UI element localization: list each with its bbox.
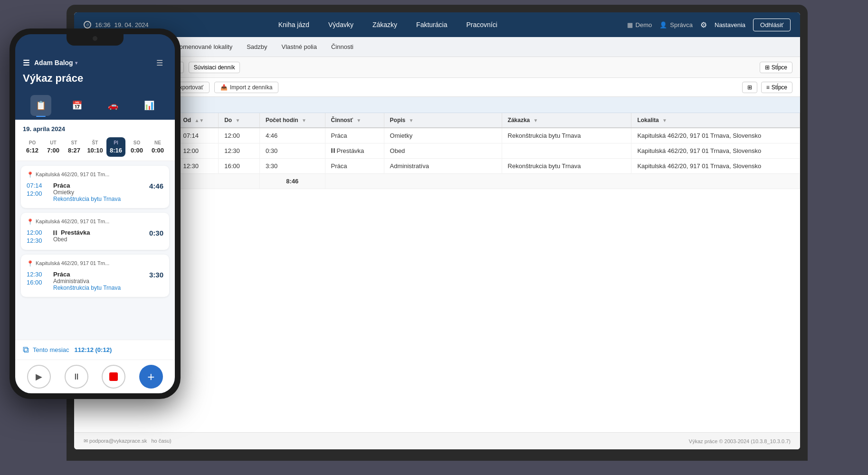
nav-fakturacia[interactable]: Fakturácia — [416, 19, 447, 30]
col-zakazka[interactable]: Zákazka ▼ — [502, 113, 631, 128]
cell-popis: Obed — [384, 143, 502, 159]
pin-icon: 📍 — [27, 218, 34, 225]
col-zakazka-label: Zákazka — [508, 117, 530, 124]
phone-user-name[interactable]: ☰ Adam Balog ▾ — [23, 58, 77, 67]
phone-day-ne[interactable]: NE 0:00 — [148, 137, 167, 157]
subnav-pomenov[interactable]: Pomenované lokality — [175, 43, 232, 50]
logout-button[interactable]: Odhlásiť — [753, 19, 791, 31]
subnav-vlastne[interactable]: Vlastné polia — [282, 43, 317, 50]
day-num: 6:12 — [26, 147, 38, 154]
sort-cinnost-icon: ▼ — [356, 118, 361, 123]
phone-entry-card-2[interactable]: 📍 Kapitulská 462/20, 917 01 Trn... 12:30… — [21, 255, 169, 297]
entry-details: Práca Omietky Rekonštrukcia bytu Trnava — [48, 182, 149, 202]
phone-day-po[interactable]: PO 6:12 — [23, 137, 42, 157]
pause-button[interactable]: ⏸ — [65, 365, 88, 389]
cell-lokalita: Kapitulská 462/20, 917 01 Trnava, Sloven… — [631, 143, 800, 159]
table-row[interactable]: 19. 04. 2024 Pi 12:30 16:00 3:30 Práca A… — [74, 159, 800, 174]
calendar-tab-icon: 📅 — [72, 100, 82, 111]
month-hours: 112:12 (0:12) — [74, 346, 112, 353]
stop-square — [109, 372, 118, 381]
calendar-strip: 19. apríla 2024 PO 6:12 UT 7:00 ST 8:27 … — [15, 120, 175, 161]
import-btn[interactable]: 📥 Import z denníka — [214, 82, 278, 93]
demo-badge: ▦ Demo — [627, 21, 652, 28]
phone-day-so[interactable]: SO 0:00 — [127, 137, 146, 157]
phone-day-ut[interactable]: UT 7:00 — [44, 137, 63, 157]
col-popis[interactable]: Popis ▼ — [384, 113, 502, 128]
columns-btn[interactable]: ⊞ Stĺpce — [760, 62, 792, 73]
cell-pocet: 3:30 — [260, 159, 325, 174]
day-name: PI — [114, 140, 118, 145]
import-label: Import z denníka — [230, 84, 272, 91]
entry-duration: 4:46 — [149, 182, 163, 190]
entry-details: Prestávka Obed — [48, 229, 149, 243]
day-num: 8:16 — [110, 147, 122, 154]
nav-pracovnici[interactable]: Pracovníci — [466, 19, 497, 30]
day-num: 8:27 — [68, 147, 80, 154]
phone-entry-card-0[interactable]: 📍 Kapitulská 462/20, 917 01 Trn... 07:14… — [21, 166, 169, 208]
col-od[interactable]: Od ▲▼ — [177, 113, 219, 128]
cols-label: Stĺpce — [772, 84, 787, 91]
filter-btn[interactable]: ⊞ — [742, 82, 757, 93]
play-button[interactable]: ▶ — [27, 365, 51, 389]
tab-calendar[interactable]: 📅 — [67, 95, 87, 116]
entry-time-from: 12:30 — [27, 271, 48, 278]
col-cinnost-label: Činnosť — [331, 117, 353, 124]
phone-entry-card-1[interactable]: 📍 Kapitulská 462/20, 917 01 Trn... 12:00… — [21, 213, 169, 250]
cell-cinnost: Práca — [325, 159, 384, 174]
demo-label: Demo — [636, 21, 652, 28]
day-name: PO — [29, 140, 36, 145]
entry-duration: 0:30 — [149, 229, 163, 237]
action-right: ⊞ ≡ Stĺpce — [742, 82, 792, 93]
cell-lokalita: Kapitulská 462/20, 917 01 Trnava, Sloven… — [631, 159, 800, 174]
entry-times: 12:30 16:00 — [27, 271, 48, 286]
table-container[interactable]: Dátum ▲▼ Deň ▼ Od ▲▼ Do — [74, 113, 800, 432]
table-row[interactable]: 19. 04. 2024 Pi 12:00 12:30 0:30 Prestáv… — [74, 143, 800, 159]
phone-day-st[interactable]: ST 8:27 — [65, 137, 84, 157]
phone-controls: ▶ ⏸ + — [15, 360, 175, 393]
add-button[interactable]: + — [139, 365, 163, 389]
phone-header-top: ☰ Adam Balog ▾ ☰ — [23, 55, 167, 70]
tab-chart[interactable]: 📊 — [139, 95, 160, 116]
tab-car[interactable]: 🚗 — [103, 95, 124, 116]
subnav-sadzby[interactable]: Sadzby — [247, 43, 267, 50]
day-num: 10:10 — [87, 147, 103, 154]
nav-vydavky[interactable]: Výdavky — [328, 19, 353, 30]
work-log-table: Dátum ▲▼ Deň ▼ Od ▲▼ Do — [74, 113, 800, 189]
entry-type: Práca — [53, 182, 149, 189]
col-lokalita[interactable]: Lokalita ▼ — [631, 113, 800, 128]
col-do[interactable]: Do ▼ — [219, 113, 260, 128]
phone-day-pi[interactable]: PI 8:16 — [106, 137, 125, 157]
settings-label[interactable]: Nastavenia — [715, 21, 745, 28]
phone-action-tabs: 📋 📅 🚗 📊 — [15, 93, 175, 120]
col-popis-label: Popis — [390, 117, 406, 124]
col-cinnost[interactable]: Činnosť ▼ — [325, 113, 384, 128]
columns-label: Stĺpce — [772, 64, 787, 71]
entry-times: 07:14 12:00 — [27, 182, 48, 197]
col-lokalita-label: Lokalita — [637, 117, 658, 124]
nav-zakazky[interactable]: Zákazky — [372, 19, 397, 30]
cols-icon: ≡ — [766, 84, 770, 91]
nav-kniha-jazd[interactable]: Kniha jázd — [278, 19, 309, 30]
cell-pocet: 4:46 — [260, 128, 325, 143]
entry-time-to: 12:00 — [27, 190, 48, 197]
list-icon[interactable]: ☰ — [152, 55, 167, 70]
phone-content[interactable]: 📍 Kapitulská 462/20, 917 01 Trn... 07:14… — [15, 161, 175, 340]
tab-list[interactable]: 📋 — [30, 95, 51, 116]
related-journal-btn[interactable]: Súvisiaci denník — [189, 62, 240, 73]
entry-sub: Obed — [53, 236, 149, 243]
total-spacer2 — [325, 174, 800, 189]
entry-type: Prestávka — [53, 229, 149, 236]
col-pocet[interactable]: Počet hodín ▼ — [260, 113, 325, 128]
col-od-label: Od — [183, 117, 191, 124]
columns-btn-2[interactable]: ≡ Stĺpce — [761, 82, 792, 93]
action-toolbar: zmena 🖨 Vytlačiť 📤 Exportovať 📥 Import z… — [74, 78, 800, 97]
stop-button[interactable] — [102, 365, 125, 389]
table-row[interactable]: 19. 04. 2024 Pi 07:14 12:00 4:46 Práca O… — [74, 128, 800, 143]
demo-icon: ▦ — [627, 21, 633, 28]
phone-day-št[interactable]: ŠT 10:10 — [86, 137, 105, 157]
subnav-cinnosti[interactable]: Činnosti — [331, 43, 353, 50]
table-total-row: 8:46 — [74, 174, 800, 189]
sort-zakazka-icon: ▼ — [534, 118, 538, 123]
sort-od-icon: ▲▼ — [194, 118, 204, 123]
day-name: ŠT — [92, 140, 98, 145]
